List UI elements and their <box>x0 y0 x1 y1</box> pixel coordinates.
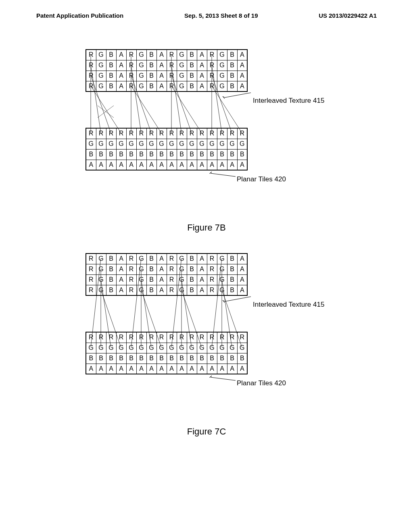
table-row: AAAAAAAAAAAAAAAA <box>86 160 247 170</box>
cell: G <box>86 139 96 149</box>
figure-7b-caption: Figure 7B <box>0 222 413 233</box>
planar-tiles-grid-7c: RRRRRRRRRRRRRRRR GGGGGGGGGGGGGGGG BBBBBB… <box>86 332 248 374</box>
cell: G <box>177 81 187 91</box>
cell: G <box>96 264 106 274</box>
cell: G <box>106 139 116 149</box>
cell: B <box>96 149 106 160</box>
cell: G <box>86 343 96 353</box>
cell: R <box>86 50 96 60</box>
cell: A <box>156 254 167 264</box>
cell: R <box>187 332 197 343</box>
cell: A <box>146 364 156 374</box>
planar-tiles-grid-7b: RRRRRRRRRRRRRRRR GGGGGGGGGGGGGGGG BBBBBB… <box>86 128 248 170</box>
cell: B <box>146 353 156 364</box>
svg-line-15 <box>212 86 242 133</box>
cell: R <box>126 128 136 139</box>
svg-line-3 <box>91 86 121 133</box>
cell: G <box>146 343 156 353</box>
cell: R <box>96 128 106 139</box>
cell: R <box>197 332 207 343</box>
cell: A <box>217 160 227 170</box>
cell: R <box>167 254 177 264</box>
cell: A <box>116 71 126 81</box>
cell: A <box>237 254 247 264</box>
cell: R <box>86 128 96 139</box>
cell: B <box>86 353 96 364</box>
cell: R <box>126 264 136 274</box>
cell: G <box>217 254 227 264</box>
cell: B <box>187 254 197 264</box>
cell: G <box>187 139 197 149</box>
cell: B <box>187 274 197 285</box>
cell: A <box>177 364 187 374</box>
cell: B <box>187 264 197 274</box>
cell: R <box>146 332 156 343</box>
cell: A <box>106 364 116 374</box>
cell: B <box>177 353 187 364</box>
cell: R <box>126 60 136 71</box>
cell: A <box>237 285 247 295</box>
cell: G <box>96 71 106 81</box>
cell: B <box>106 254 116 264</box>
cell: B <box>106 149 116 160</box>
cell: G <box>136 264 146 274</box>
cell: R <box>227 332 237 343</box>
cell: B <box>237 149 247 160</box>
cell: B <box>227 254 237 264</box>
cell: G <box>126 343 136 353</box>
cell: G <box>136 50 146 60</box>
cell: A <box>116 50 126 60</box>
cell: A <box>227 364 237 374</box>
cell: G <box>227 343 237 353</box>
cell: B <box>156 149 167 160</box>
cell: R <box>207 274 217 285</box>
cell: R <box>126 285 136 295</box>
planar-tiles-label-7b: Planar Tiles 420 <box>237 175 286 183</box>
cell: A <box>217 364 227 374</box>
cell: A <box>156 81 167 91</box>
cell: A <box>156 50 167 60</box>
cell: R <box>187 128 197 139</box>
cell: R <box>106 128 116 139</box>
figure-7c: RGBARGBARGBARGBA RGBARGBARGBARGBA RGBARG… <box>33 253 380 418</box>
cell: B <box>187 285 197 295</box>
cell: A <box>126 364 136 374</box>
cell: R <box>207 254 217 264</box>
table-row: RGBARGBARGBARGBA <box>86 50 247 60</box>
cell: B <box>116 149 126 160</box>
cell: R <box>207 264 217 274</box>
table-row: BBBBBBBBBBBBBBBB <box>86 149 247 160</box>
table-row: RGBARGBARGBARGBA <box>86 81 247 91</box>
cell: R <box>136 332 146 343</box>
table-row: RGBARGBARGBARGBA <box>86 60 247 71</box>
cell: A <box>187 364 197 374</box>
cell: A <box>187 160 197 170</box>
cell: B <box>116 353 126 364</box>
cell: B <box>146 254 156 264</box>
cell: A <box>116 60 126 71</box>
cell: B <box>86 149 96 160</box>
cell: A <box>177 160 187 170</box>
cell: B <box>106 353 116 364</box>
cell: R <box>177 332 187 343</box>
cell: R <box>116 128 126 139</box>
cell: A <box>237 71 247 81</box>
cell: A <box>237 364 247 374</box>
cell: A <box>156 364 167 374</box>
cell: B <box>136 149 146 160</box>
cell: A <box>197 71 207 81</box>
cell: R <box>126 81 136 91</box>
cell: G <box>237 139 247 149</box>
cell: B <box>197 149 207 160</box>
cell: R <box>96 332 106 343</box>
cell: G <box>146 139 156 149</box>
table-row: RRRRRRRRRRRRRRRR <box>86 128 247 139</box>
figure-7b: RGBARGBARGBARGBA RGBARGBARGBARGBA RGBARG… <box>33 49 380 214</box>
cell: R <box>126 274 136 285</box>
page-header: Patent Application Publication Sep. 5, 2… <box>0 0 413 25</box>
cell: R <box>86 274 96 285</box>
cell: G <box>177 264 187 274</box>
cell: G <box>96 285 106 295</box>
interleaved-texture-grid-7b: RGBARGBARGBARGBA RGBARGBARGBARGBA RGBARG… <box>86 49 248 92</box>
cell: G <box>217 60 227 71</box>
